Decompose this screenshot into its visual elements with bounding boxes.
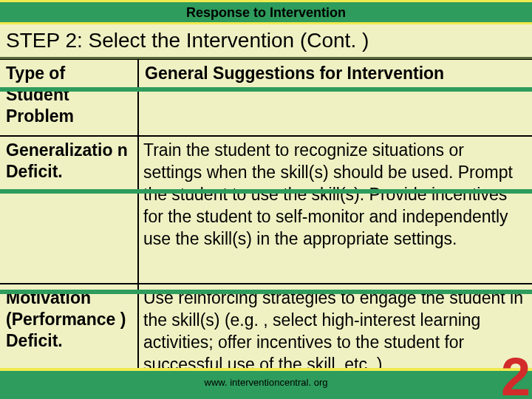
col-header-suggestions: General Suggestions for Intervention: [139, 60, 532, 135]
step-heading-text: STEP 2: Select the Intervention (Cont. ): [6, 29, 369, 52]
page-number: 2: [501, 350, 531, 399]
cell-suggestion: Train the student to recognize situation…: [139, 137, 532, 283]
title-bar: Response to Intervention: [0, 0, 532, 22]
doc-title: Response to Intervention: [186, 5, 346, 20]
table-row: Generalizatio n Deficit. Train the stude…: [0, 135, 532, 283]
step-heading: STEP 2: Select the Intervention (Cont. ): [0, 24, 532, 59]
table-header-row: Type of Student Problem General Suggesti…: [0, 59, 532, 135]
col-header-type: Type of Student Problem: [0, 60, 139, 135]
cell-problem-type: Generalizatio n Deficit.: [0, 137, 139, 283]
footer-url: www. interventioncentral. org: [205, 371, 328, 388]
footer: www. interventioncentral. org: [0, 368, 532, 399]
